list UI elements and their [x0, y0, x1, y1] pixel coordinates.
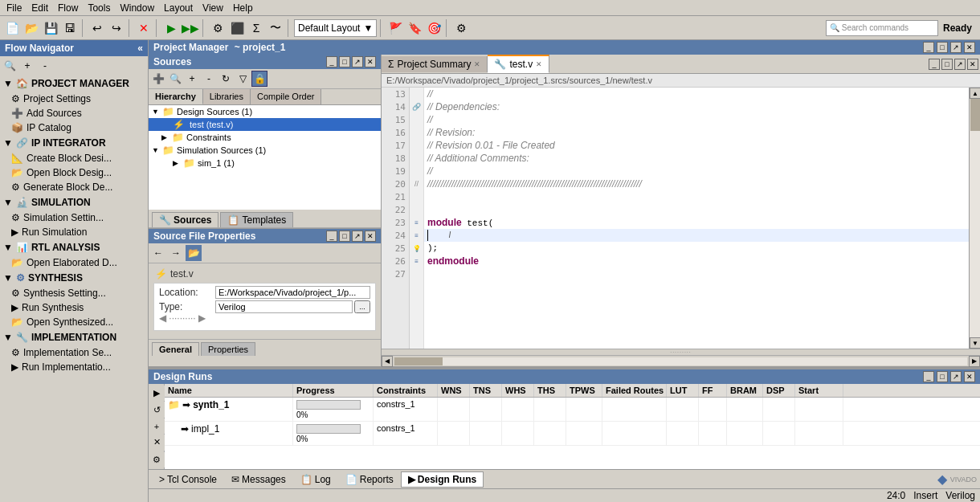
undo-btn[interactable]: ↩ [88, 19, 106, 37]
menu-tools[interactable]: Tools [83, 1, 115, 15]
sfp-forward-btn[interactable]: → [168, 245, 184, 261]
src-collapse-btn[interactable]: - [201, 71, 217, 87]
settings-btn[interactable]: ⚙ [452, 19, 470, 37]
summary-tab-close[interactable]: ✕ [474, 60, 480, 68]
new-file-btn[interactable]: 📄 [3, 19, 21, 37]
scroll-track[interactable] [970, 99, 980, 337]
sfp-type-browse-btn[interactable]: ... [354, 300, 370, 313]
btab-messages[interactable]: ✉ Messages [224, 471, 293, 488]
nav-open-elaborated[interactable]: 📂 Open Elaborated D... [0, 255, 148, 270]
editor-resize-handle[interactable]: ········· [382, 349, 980, 355]
menu-view[interactable]: View [198, 1, 228, 15]
save-all-btn[interactable]: 🖫 [61, 19, 79, 37]
btab-reports[interactable]: 📄 Reports [338, 471, 401, 488]
menu-help[interactable]: Help [228, 1, 258, 15]
nav-open-synthesized[interactable]: 📂 Open Synthesized... [0, 315, 148, 329]
src-refresh-btn[interactable]: ↻ [218, 71, 234, 87]
sfp-maximize-btn[interactable]: □ [339, 231, 350, 242]
nav-ip-catalog[interactable]: 📦 IP Catalog [0, 120, 148, 135]
tree-simulation-sources[interactable]: ▼ 📁 Simulation Sources (1) [149, 144, 381, 157]
nav-search-btn[interactable]: 🔍 [2, 58, 18, 74]
scroll-thumb[interactable] [970, 99, 980, 131]
pm-minimize-btn[interactable]: _ [923, 42, 934, 53]
btab-tcl[interactable]: > Tcl Console [152, 471, 224, 488]
dr-float-btn[interactable]: ↗ [950, 371, 962, 382]
menu-edit[interactable]: Edit [27, 1, 53, 15]
tab-libraries[interactable]: Libraries [203, 89, 251, 104]
sfp-float-btn[interactable]: ↗ [352, 231, 363, 242]
subtab-templates[interactable]: 📋 Templates [220, 212, 293, 227]
editor-scrollbar-v[interactable]: ▲ ▼ [969, 88, 980, 349]
sfp-minimize-btn[interactable]: _ [326, 231, 337, 242]
save-btn[interactable]: 💾 [42, 19, 59, 37]
dr-launch-btn[interactable]: ▶ [149, 386, 165, 401]
bookmark-btn[interactable]: 🔖 [406, 19, 423, 37]
sfp-tab-properties[interactable]: Properties [201, 342, 255, 356]
dr-delete-btn[interactable]: ✕ [149, 435, 165, 450]
sfp-tab-general[interactable]: General [152, 342, 199, 356]
run-all-btn[interactable]: ▶▶ [182, 19, 199, 37]
subtab-sources[interactable]: 🔧 Sources [152, 212, 218, 227]
open-btn[interactable]: 📂 [22, 19, 40, 37]
tab-compile-order[interactable]: Compile Order [251, 89, 322, 104]
line-24[interactable]: I [424, 229, 969, 242]
editor-tab-summary[interactable]: Σ Project Summary ✕ [382, 56, 488, 72]
editor-float-btn[interactable]: ↗ [954, 59, 966, 70]
menu-layout[interactable]: Layout [159, 1, 198, 15]
dr-row-impl[interactable]: ➡ impl_1 0% constrs_1 [165, 422, 980, 446]
h-scroll-track[interactable] [394, 357, 967, 365]
sources-maximize-btn[interactable]: □ [339, 56, 350, 67]
testv-tab-close[interactable]: ✕ [536, 60, 542, 68]
src-add-btn[interactable]: ➕ [150, 71, 166, 87]
nav-impl-settings[interactable]: ⚙ Implementation Se... [0, 345, 148, 360]
dr-maximize-btn[interactable]: □ [937, 371, 948, 382]
h-scroll-thumb[interactable] [394, 357, 443, 365]
editor-minimize-btn[interactable]: _ [929, 59, 940, 70]
target-btn[interactable]: 🎯 [425, 19, 443, 37]
tree-sim1[interactable]: ▶ 📁 sim_1 (1) [149, 157, 381, 169]
menu-file[interactable]: File [2, 1, 27, 15]
src-expand-btn[interactable]: + [184, 71, 200, 87]
section-rtl[interactable]: ▼ 📊 RTL ANALYSIS [0, 239, 148, 255]
tab-hierarchy[interactable]: Hierarchy [149, 89, 203, 104]
pm-maximize-btn[interactable]: □ [937, 42, 948, 53]
dr-add-btn[interactable]: + [149, 418, 165, 434]
nav-synth-settings[interactable]: ⚙ Synthesis Setting... [0, 286, 148, 300]
run-btn[interactable]: ▶ [162, 19, 180, 37]
sources-close-btn[interactable]: ✕ [365, 56, 376, 67]
sources-float-btn[interactable]: ↗ [352, 56, 363, 67]
flag-btn[interactable]: 🚩 [386, 19, 404, 37]
btab-design-runs[interactable]: ▶ Design Runs [401, 471, 484, 488]
section-synthesis[interactable]: ▼ ⚙ SYNTHESIS [0, 270, 148, 286]
nav-expand-btn[interactable]: + [19, 58, 35, 74]
sfp-open-btn[interactable]: 📂 [186, 245, 202, 261]
menu-flow[interactable]: Flow [53, 1, 83, 15]
nav-collapse-btn[interactable]: - [37, 58, 53, 74]
synth-btn[interactable]: ⚙ [209, 19, 227, 37]
dr-row-synth[interactable]: 📁 ➡ synth_1 0% constrs_1 [165, 398, 980, 422]
section-project-manager[interactable]: ▼ 🏠 PROJECT MANAGER [0, 76, 148, 92]
section-simulation[interactable]: ▼ 🔬 SIMULATION [0, 194, 148, 210]
nav-run-synth[interactable]: ▶ Run Synthesis [0, 300, 148, 315]
editor-maximize-btn[interactable]: □ [941, 59, 953, 70]
sfp-close-btn[interactable]: ✕ [365, 231, 376, 242]
search-box[interactable]: 🔍 Search commands [826, 20, 938, 36]
dr-reset-btn[interactable]: ↺ [149, 402, 165, 417]
tree-test-v[interactable]: ⚡ test (test.v) [149, 118, 381, 131]
dr-minimize-btn[interactable]: _ [923, 371, 934, 382]
scroll-up-btn[interactable]: ▲ [970, 88, 980, 99]
editor-scrollbar-h[interactable]: ◀ ▶ [382, 355, 980, 366]
scroll-right-btn[interactable]: ▶ [969, 356, 980, 367]
nav-add-sources[interactable]: ➕ Add Sources [0, 106, 148, 120]
flow-nav-collapse[interactable]: « [137, 43, 143, 54]
src-lock-btn[interactable]: 🔒 [251, 71, 267, 87]
sources-minimize-btn[interactable]: _ [326, 56, 337, 67]
code-content[interactable]: // // Dependencies: // // Revision: // R… [424, 88, 969, 349]
sfp-back-btn[interactable]: ← [150, 245, 166, 261]
redo-btn[interactable]: ↪ [108, 19, 125, 37]
nav-run-impl[interactable]: ▶ Run Implementatio... [0, 360, 148, 374]
menu-window[interactable]: Window [115, 1, 159, 15]
section-implementation[interactable]: ▼ 🔧 IMPLEMENTATION [0, 329, 148, 345]
nav-run-sim[interactable]: ▶ Run Simulation [0, 225, 148, 239]
layout-dropdown[interactable]: Default Layout ▼ [294, 19, 377, 37]
